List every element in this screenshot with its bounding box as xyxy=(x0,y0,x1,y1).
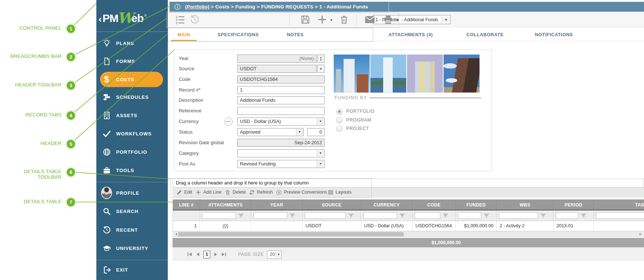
scroll-right-icon[interactable] xyxy=(640,233,643,236)
chevron-down-icon[interactable]: ▼ xyxy=(317,118,324,125)
scrollbar-thumb[interactable] xyxy=(178,232,404,236)
column-header-line-[interactable]: LINE # xyxy=(173,200,200,210)
funding-by-radio-project[interactable]: PROJECT xyxy=(336,125,369,132)
chevron-down-icon[interactable]: ▼ xyxy=(442,16,450,23)
sidebar-item-schedules[interactable]: SCHEDULES xyxy=(96,89,168,105)
column-header-currency[interactable]: CURRENCY xyxy=(361,200,412,210)
tab-notifications[interactable]: NOTIFICATIONS xyxy=(535,32,573,37)
preview-conversions-button[interactable]: $Preview Conversions xyxy=(276,187,327,197)
tab-main[interactable]: MAIN xyxy=(178,32,190,37)
table-row[interactable]: 1(0)USDOTUSD - Dollar (USA)USDOTCHG1564$… xyxy=(173,221,644,231)
source-dropdown-button[interactable]: ▼ xyxy=(317,65,325,73)
sidebar-collapse-icon[interactable]: ‹ xyxy=(99,14,102,25)
chevron-down-icon[interactable]: ▼ xyxy=(317,150,324,157)
filter-input[interactable] xyxy=(499,212,538,219)
filter-funnel-icon[interactable] xyxy=(400,213,405,218)
chevron-down-icon[interactable]: ▼ xyxy=(317,161,324,167)
horizontal-scrollbar[interactable] xyxy=(173,231,644,237)
info-icon[interactable] xyxy=(174,4,181,10)
save-record-icon[interactable] xyxy=(300,15,310,25)
filter-funnel-icon[interactable] xyxy=(238,213,244,218)
delete-button[interactable]: Delete xyxy=(225,187,246,197)
previous-page-icon[interactable] xyxy=(195,252,200,257)
field-description-input[interactable]: Additional Funds xyxy=(237,96,325,104)
layouts-button[interactable]: Layouts xyxy=(328,187,352,197)
sidebar-item-portfolio[interactable]: PORTFOLIO xyxy=(96,143,168,160)
filter-funnel-icon[interactable] xyxy=(581,213,586,218)
column-header-source[interactable]: SOURCE xyxy=(303,200,361,210)
funding-by-radio-portfolio[interactable]: PORTFOLIO xyxy=(336,108,374,115)
field-status-revision-input[interactable]: 0 xyxy=(307,128,325,136)
first-page-icon[interactable] xyxy=(187,252,192,257)
field-category-input[interactable]: ▼ xyxy=(237,149,325,157)
record-list-icon[interactable]: 123 xyxy=(175,15,185,25)
last-page-icon[interactable] xyxy=(221,252,226,257)
filter-funnel-icon[interactable] xyxy=(290,213,295,218)
group-by-drop-zone[interactable]: Drag a column header and drop it here to… xyxy=(173,179,644,187)
filter-input[interactable] xyxy=(596,212,644,219)
sidebar-item-profile[interactable]: PROFILE xyxy=(96,184,168,201)
column-header-code[interactable]: CODE xyxy=(412,200,456,210)
filter-funnel-icon[interactable] xyxy=(484,213,489,218)
radio-selected-icon[interactable] xyxy=(336,108,343,115)
column-header-year[interactable]: YEAR xyxy=(251,200,303,210)
filter-input[interactable] xyxy=(556,212,578,219)
print-menu-icon[interactable]: ▼ xyxy=(396,18,399,22)
column-header-task[interactable]: TASK xyxy=(594,200,644,210)
column-header-funded[interactable]: FUNDED xyxy=(456,200,497,210)
breadcrumb-portfolio-link[interactable]: (Portfolio) xyxy=(185,4,210,10)
sidebar-item-tools[interactable]: TOOLS xyxy=(96,162,168,179)
field-reference-input[interactable] xyxy=(237,107,325,115)
sidebar-item-exit[interactable]: EXIT xyxy=(96,261,168,278)
column-header-attachments[interactable]: ATTACHMENTS xyxy=(200,200,251,210)
tab-specifications[interactable]: SPECIFICATIONS xyxy=(218,32,259,37)
record-history-icon[interactable] xyxy=(190,15,200,25)
filter-input[interactable] xyxy=(458,212,481,219)
year-spinner[interactable]: ▲▼ xyxy=(317,55,325,63)
sidebar-item-university[interactable]: UNIVERSITY xyxy=(96,240,168,257)
tab-collaborate[interactable]: COLLABORATE xyxy=(466,32,504,37)
sidebar-item-assets[interactable]: ASSETS xyxy=(96,107,168,124)
column-header-wbs[interactable]: WBS xyxy=(497,200,554,210)
filter-funnel-icon[interactable] xyxy=(541,213,546,218)
refresh-button[interactable]: Refresh xyxy=(249,187,273,197)
field-record--input[interactable]: 1 xyxy=(237,86,325,94)
filter-input[interactable] xyxy=(415,212,440,219)
print-record-icon[interactable] xyxy=(383,15,393,25)
email-record-icon[interactable] xyxy=(365,15,375,25)
filter-input[interactable] xyxy=(363,212,397,219)
funding-by-radio-program[interactable]: PROGRAM xyxy=(336,116,371,124)
filter-input[interactable] xyxy=(305,212,346,219)
page-size-select[interactable]: 20 ▼ xyxy=(267,250,282,259)
sidebar-item-plans[interactable]: PLANS xyxy=(96,35,168,52)
filter-funnel-icon[interactable] xyxy=(348,213,354,218)
filter-funnel-icon[interactable] xyxy=(443,213,448,218)
attachments-link[interactable]: (0) xyxy=(223,223,228,228)
add-record-icon[interactable] xyxy=(317,15,327,25)
current-page[interactable]: 1 xyxy=(203,251,210,258)
add-record-menu-icon[interactable]: ▼ xyxy=(330,18,333,22)
sidebar-item-forms[interactable]: FORMS xyxy=(96,53,168,70)
field-post-as-input[interactable]: Revised Funding▼ xyxy=(237,160,325,168)
column-header-period[interactable]: PERIOD xyxy=(554,200,594,210)
edit-button[interactable]: Edit xyxy=(177,187,192,197)
radio-unselected-icon[interactable] xyxy=(336,126,343,132)
scroll-left-icon[interactable] xyxy=(174,233,177,236)
sidebar-item-recent[interactable]: RECENT xyxy=(96,221,168,238)
radio-unselected-icon[interactable] xyxy=(336,117,343,123)
doc-icon xyxy=(101,56,112,66)
ellipsis-button[interactable]: ●●● xyxy=(225,117,233,126)
sidebar-item-search[interactable]: SEARCH xyxy=(96,203,168,220)
sidebar-item-costs[interactable]: $COSTS xyxy=(96,71,168,88)
field-currency-input[interactable]: USD - Dollar (USA)▼ xyxy=(237,117,325,126)
add-line-button[interactable]: Add Line xyxy=(196,187,221,197)
sidebar-item-workflows[interactable]: WORKFLOWS xyxy=(96,125,168,142)
next-page-icon[interactable] xyxy=(213,252,218,257)
tab-attachments-4-[interactable]: ATTACHMENTS (4) xyxy=(388,32,433,37)
chevron-down-icon[interactable]: ▼ xyxy=(296,129,303,135)
filter-input[interactable] xyxy=(253,212,287,219)
delete-record-icon[interactable] xyxy=(339,15,349,25)
tab-notes[interactable]: NOTES xyxy=(287,32,304,37)
field-status-input[interactable]: Approved▼ xyxy=(237,128,304,136)
filter-input[interactable] xyxy=(202,212,236,219)
